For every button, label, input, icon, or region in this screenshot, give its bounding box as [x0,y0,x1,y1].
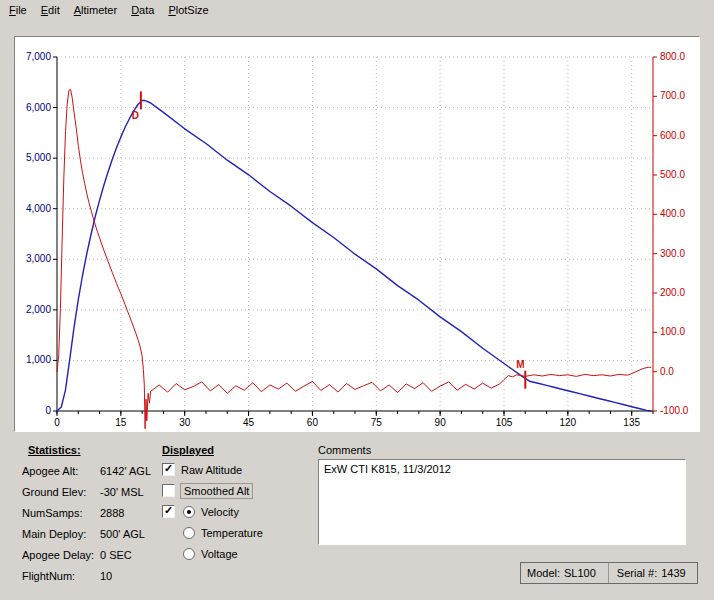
svg-text:15: 15 [115,417,127,428]
smoothed-alt-row: Smoothed Alt [162,483,302,498]
stat-value: -30' MSL [100,486,144,498]
svg-text:5,000: 5,000 [26,152,51,163]
velocity-row: Velocity [162,504,302,519]
statistics-section: Statistics: Apogee Alt:6142' AGL Ground … [20,444,155,591]
stat-label: Main Deploy: [22,528,100,540]
svg-text:0: 0 [54,417,60,428]
voltage-label: Voltage [201,548,238,560]
flight-plot: 01,0002,0003,0004,0005,0006,0007,000-100… [15,37,697,429]
svg-text:30: 30 [179,417,191,428]
svg-text:-100.0: -100.0 [660,405,689,416]
svg-text:2,000: 2,000 [26,304,51,315]
raw-altitude-label: Raw Altitude [181,464,242,476]
svg-text:700.0: 700.0 [660,90,685,101]
chart-panel: 01,0002,0003,0004,0005,0006,0007,000-100… [14,36,700,432]
model-value: SL100 [564,567,596,579]
model-serial-box: Model: SL100 Serial #: 1439 [520,562,698,584]
stat-label: Ground Elev: [22,486,100,498]
svg-text:600.0: 600.0 [660,130,685,141]
svg-text:0: 0 [45,405,51,416]
voltage-radio[interactable] [183,548,195,560]
svg-text:M: M [516,359,524,370]
stat-apogee-alt: Apogee Alt:6142' AGL [22,465,155,477]
svg-text:7,000: 7,000 [26,51,51,62]
model-label: Model: [527,567,560,579]
svg-text:6,000: 6,000 [26,102,51,113]
stat-main-deploy: Main Deploy:500' AGL [22,528,155,540]
svg-text:105: 105 [496,417,513,428]
smoothed-alt-label: Smoothed Alt [180,483,253,499]
stat-label: NumSamps: [22,507,100,519]
svg-text:75: 75 [371,417,383,428]
divider [608,563,609,583]
stat-label: Apogee Delay: [22,549,100,561]
svg-text:200.0: 200.0 [660,287,685,298]
stat-flightnum: FlightNum:10 [22,570,155,582]
svg-text:45: 45 [243,417,255,428]
serial-value: 1439 [661,567,685,579]
menu-edit[interactable]: Edit [34,1,67,19]
stat-value: 0 SEC [100,549,132,561]
displayed-section: Displayed Raw Altitude Smoothed Alt Velo… [162,444,302,567]
comments-group: Comments ExW CTI K815, 11/3/2012 [318,444,690,545]
voltage-row: Voltage [162,546,302,561]
svg-text:0.0: 0.0 [660,366,674,377]
temperature-radio[interactable] [183,527,195,539]
svg-text:300.0: 300.0 [660,248,685,259]
svg-text:D: D [132,110,139,121]
menu-file[interactable]: File [2,1,34,19]
velocity-checkbox[interactable] [162,505,175,518]
menu-data[interactable]: Data [124,1,161,19]
svg-text:135: 135 [623,417,640,428]
smoothed-alt-checkbox[interactable] [162,484,175,497]
stat-apogee-delay: Apogee Delay:0 SEC [22,549,155,561]
comments-textarea[interactable]: ExW CTI K815, 11/3/2012 [318,459,686,545]
serial-label: Serial #: [617,567,657,579]
velocity-radio[interactable] [183,506,195,518]
stat-value: 6142' AGL [100,465,151,477]
stat-value: 500' AGL [100,528,145,540]
svg-text:1,000: 1,000 [26,354,51,365]
svg-text:400.0: 400.0 [660,208,685,219]
svg-text:4,000: 4,000 [26,203,51,214]
raw-altitude-checkbox[interactable] [162,463,175,476]
temperature-row: Temperature [162,525,302,540]
svg-text:500.0: 500.0 [660,169,685,180]
raw-altitude-row: Raw Altitude [162,462,302,477]
comments-label: Comments [318,444,690,456]
svg-text:90: 90 [435,417,447,428]
displayed-heading: Displayed [162,444,302,456]
svg-text:100.0: 100.0 [660,326,685,337]
velocity-label: Velocity [201,506,239,518]
menu-bar: File Edit Altimeter Data PlotSize [0,0,714,19]
menu-altimeter[interactable]: Altimeter [67,1,124,19]
app-window: File Edit Altimeter Data PlotSize 01,000… [0,0,714,600]
stat-label: Apogee Alt: [22,465,100,477]
svg-text:60: 60 [307,417,319,428]
svg-text:3,000: 3,000 [26,253,51,264]
svg-text:800.0: 800.0 [660,51,685,62]
stat-numsamps: NumSamps:2888 [22,507,155,519]
temperature-label: Temperature [201,527,263,539]
stat-label: FlightNum: [22,570,100,582]
statistics-heading: Statistics: [20,444,155,456]
stat-value: 10 [100,570,112,582]
menu-plotsize[interactable]: PlotSize [161,1,215,19]
stat-ground-elev: Ground Elev:-30' MSL [22,486,155,498]
svg-text:120: 120 [560,417,577,428]
stat-value: 2888 [100,507,124,519]
